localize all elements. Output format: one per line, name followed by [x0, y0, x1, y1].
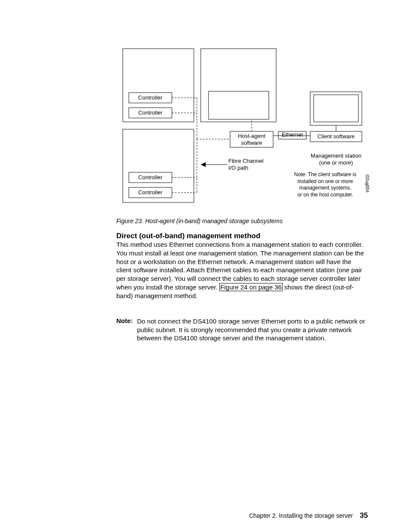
footer-text: Chapter 2. Installing the storage server [249, 512, 353, 519]
svg-rect-7 [209, 91, 269, 119]
note-paragraph: Note: Do not connect the DS4100 storage … [116, 317, 368, 342]
svg-marker-24 [201, 162, 206, 167]
client-note-text: Note: The client software isinstalled on… [284, 171, 366, 198]
fibre-channel-label: Fibre ChannelI/O path [228, 158, 276, 172]
controller-label: Controller [129, 189, 172, 196]
svg-rect-12 [314, 95, 358, 122]
section-heading: Direct (out-of-band) management method [116, 232, 368, 240]
note-body: Do not connect the DS4100 storage server… [137, 317, 368, 342]
svg-rect-6 [201, 49, 276, 122]
cross-reference-link[interactable]: Figure 24 on page 36 [219, 283, 283, 291]
host-agent-label: Host-agentsoftware [230, 133, 273, 147]
controller-label: Controller [129, 94, 172, 101]
ethernet-label: Ethernet [278, 131, 306, 138]
mgmt-station-label: Management station(one or more) [302, 152, 371, 167]
diagram-id: t10ug004 [365, 174, 370, 193]
page-number: 35 [360, 511, 368, 520]
figure-caption: Figure 23. Host-agent (in-band) managed … [116, 218, 368, 224]
client-software-label: Client software [310, 133, 362, 140]
body-paragraph: This method uses Ethernet connections fr… [116, 240, 368, 300]
controller-label: Controller [129, 109, 172, 116]
svg-rect-11 [310, 92, 362, 125]
note-label: Note: [116, 317, 133, 324]
page-footer: Chapter 2. Installing the storage server… [0, 511, 368, 520]
controller-label: Controller [129, 174, 172, 181]
